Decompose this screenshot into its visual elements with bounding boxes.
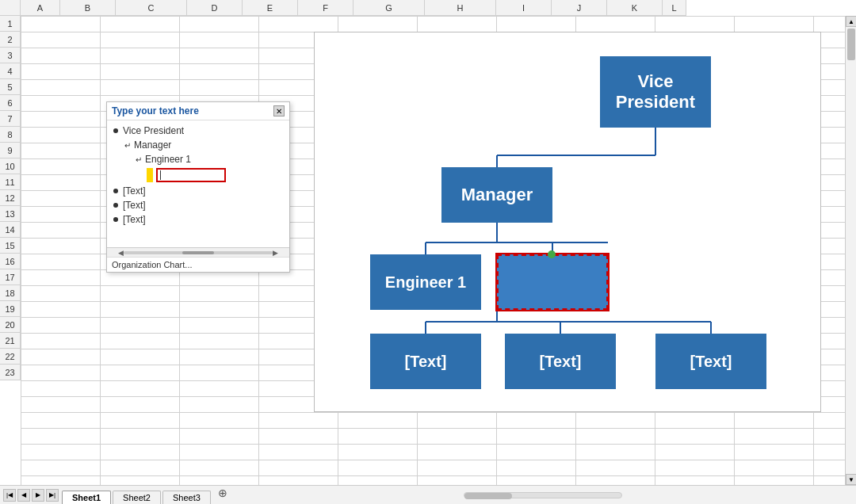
col-header-b[interactable]: B <box>60 0 116 16</box>
row-number-13[interactable]: 13 <box>0 206 21 222</box>
list-item: ↵ Engineer 1 <box>113 154 283 165</box>
panel-content: Vice President ↵ Manager ↵ Engineer 1 <box>107 120 289 247</box>
scroll-track-horizontal <box>464 492 622 498</box>
scroll-track <box>124 251 273 254</box>
org-chart-area: VicePresident Manager Engineer 1 <box>314 32 821 412</box>
row-number-20[interactable]: 20 <box>0 317 21 333</box>
bullet-icon <box>113 203 118 208</box>
arrow-icon: ↵ <box>124 141 131 150</box>
vertical-scrollbar[interactable]: ▲ ▼ <box>845 16 856 485</box>
panel-item-text: Vice President <box>123 125 184 136</box>
col-header-i[interactable]: I <box>496 0 552 16</box>
scroll-right-icon[interactable]: ▶ <box>273 249 278 257</box>
panel-item-text: [Text] <box>123 185 146 197</box>
col-header-g[interactable]: G <box>353 0 425 16</box>
active-marker <box>147 168 153 182</box>
row-number-7[interactable]: 7 <box>0 111 21 127</box>
org-box-manager[interactable]: Manager <box>441 167 552 223</box>
nav-next-button[interactable]: ▶ <box>32 489 44 502</box>
scroll-left-icon[interactable]: ◀ <box>118 249 124 257</box>
col-header-d[interactable]: D <box>187 0 243 16</box>
sheet-tabs: Sheet1Sheet2Sheet3 <box>59 486 212 504</box>
col-header-j[interactable]: J <box>552 0 607 16</box>
col-header-f[interactable]: F <box>298 0 353 16</box>
row-number-11[interactable]: 11 <box>0 174 21 190</box>
panel-title: Type your text here <box>112 105 199 116</box>
row-number-1[interactable]: 1 <box>0 16 21 32</box>
row-number-23[interactable]: 23 <box>0 365 21 380</box>
scroll-thumb-vertical[interactable] <box>847 29 855 60</box>
org-box-engineer1[interactable]: Engineer 1 <box>370 254 481 310</box>
col-header-a[interactable]: A <box>21 0 60 16</box>
scroll-thumb-horizontal[interactable] <box>464 493 512 499</box>
list-item: ↵ Manager <box>113 139 283 151</box>
corner-cell <box>0 0 21 16</box>
selection-handle[interactable] <box>548 250 556 258</box>
row-number-4[interactable]: 4 <box>0 63 21 79</box>
org-box-new[interactable] <box>497 254 608 310</box>
column-headers: ABCDEFGHIJKL <box>0 0 856 16</box>
org-box-text1[interactable]: [Text] <box>370 334 481 389</box>
list-item: [Text] <box>113 214 283 225</box>
col-header-c[interactable]: C <box>116 0 187 16</box>
panel-scrollbar[interactable]: ◀ ▶ <box>107 247 289 257</box>
panel-text-input[interactable] <box>156 168 226 182</box>
row-numbers: 1234567891011121314151617181920212223 <box>0 16 21 504</box>
row-number-3[interactable]: 3 <box>0 48 21 63</box>
scroll-thumb <box>182 251 214 254</box>
nav-prev-button[interactable]: ◀ <box>17 489 30 502</box>
col-header-h[interactable]: H <box>425 0 496 16</box>
row-number-2[interactable]: 2 <box>0 32 21 48</box>
row-number-5[interactable]: 5 <box>0 79 21 95</box>
row-number-8[interactable]: 8 <box>0 127 21 143</box>
grid-area: 1234567891011121314151617181920212223 Ty… <box>0 16 856 504</box>
scroll-track-vertical <box>846 27 856 474</box>
cursor <box>160 170 161 180</box>
horizontal-scroll-area[interactable] <box>230 486 856 504</box>
sheet-navigation: |◀ ◀ ▶ ▶| <box>0 486 59 504</box>
org-box-text2[interactable]: [Text] <box>505 334 616 389</box>
row-number-19[interactable]: 19 <box>0 301 21 317</box>
nav-last-button[interactable]: ▶| <box>46 489 59 502</box>
panel-input-row <box>113 168 283 182</box>
row-number-15[interactable]: 15 <box>0 238 21 254</box>
row-number-9[interactable]: 9 <box>0 143 21 158</box>
bottom-bar: |◀ ◀ ▶ ▶| Sheet1Sheet2Sheet3 ⊕ <box>0 485 856 504</box>
org-box-text3[interactable]: [Text] <box>655 334 766 389</box>
row-number-21[interactable]: 21 <box>0 333 21 349</box>
panel-item-text: [Text] <box>123 200 146 211</box>
nav-first-button[interactable]: |◀ <box>3 489 16 502</box>
scroll-down-button[interactable]: ▼ <box>846 474 856 485</box>
panel-header: Type your text here ✕ <box>107 102 289 120</box>
row-number-18[interactable]: 18 <box>0 285 21 301</box>
list-item: [Text] <box>113 200 283 211</box>
row-number-10[interactable]: 10 <box>0 158 21 174</box>
scroll-up-button[interactable]: ▲ <box>846 16 856 27</box>
col-header-k[interactable]: K <box>607 0 663 16</box>
row-number-17[interactable]: 17 <box>0 269 21 285</box>
row-number-12[interactable]: 12 <box>0 190 21 206</box>
col-header-l[interactable]: L <box>663 0 686 16</box>
row-number-22[interactable]: 22 <box>0 349 21 365</box>
vp-label: VicePresident <box>616 71 695 113</box>
panel-close-button[interactable]: ✕ <box>273 105 285 116</box>
org-chart: VicePresident Manager Engineer 1 <box>315 32 820 411</box>
panel-item-text: [Text] <box>123 214 146 225</box>
org-box-vp[interactable]: VicePresident <box>600 56 711 128</box>
row-number-6[interactable]: 6 <box>0 95 21 111</box>
sheet-tab-sheet3[interactable]: Sheet3 <box>162 491 211 504</box>
manager-label: Manager <box>461 185 533 205</box>
row-number-14[interactable]: 14 <box>0 222 21 238</box>
add-sheet-button[interactable]: ⊕ <box>216 486 230 500</box>
text1-label: [Text] <box>405 353 447 371</box>
bullet-icon <box>113 189 118 193</box>
sheet-tab-sheet2[interactable]: Sheet2 <box>113 491 161 504</box>
main-grid[interactable]: Type your text here ✕ Vice President ↵ M… <box>21 16 856 504</box>
text3-label: [Text] <box>690 353 732 371</box>
row-number-16[interactable]: 16 <box>0 254 21 269</box>
sheet-tab-sheet1[interactable]: Sheet1 <box>62 491 111 504</box>
panel-footer: Organization Chart... <box>107 257 289 272</box>
panel-item-text: Engineer 1 <box>145 154 191 165</box>
col-header-e[interactable]: E <box>243 0 298 16</box>
list-item: Vice President <box>113 125 283 136</box>
